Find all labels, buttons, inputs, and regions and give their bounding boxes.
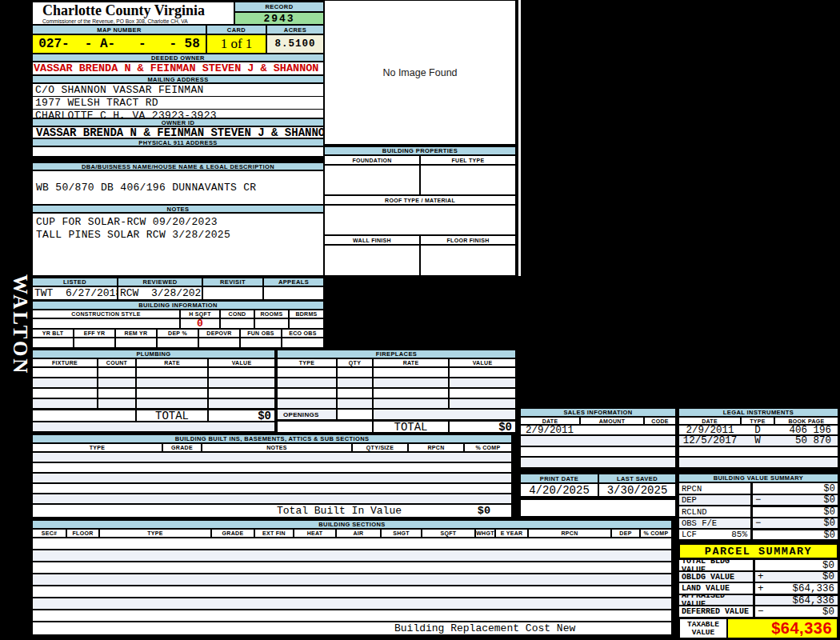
sales-information-title: SALES INFORMATION [520,408,676,417]
parcel-value: $64,336 [766,583,838,594]
whgt-label: WHGT [475,529,495,538]
legal-row-2: 12/5/2017 W 50 870 [678,435,838,446]
building-replacement-row: Building Replacement Cost New [32,622,672,635]
plumbing-total-row: TOTAL $0 [32,409,275,422]
print-date-label: PRINT DATE [520,474,598,483]
notes-label: NOTES [32,205,324,213]
legal-row-type: W [741,435,774,446]
taxable-label-line2: VALUE [692,629,715,637]
effyr-value [74,338,115,348]
fireplaces-rate-label: RATE [373,358,449,367]
bdrms-value [289,318,324,329]
fireplaces-type-label: TYPE [277,358,337,367]
foundation-label: FOUNDATION [324,155,420,165]
wall-finish-value [324,245,420,276]
foundation-value [324,165,420,195]
table-row [277,378,516,388]
bvs-label: RPCN [678,482,752,494]
map-number-label: MAP NUMBER [32,25,206,34]
card-value: 1 of 1 [206,34,266,54]
bvs-value: $0 [764,494,838,506]
fuel-type-label: FUEL TYPE [420,155,516,165]
legal-date-label: DATE [678,417,741,425]
dba-label: DBA/BUISNESS NAME/HOUSE NAME & LEGAL DES… [32,162,324,170]
legal-row-date: 12/5/2017 [679,435,741,446]
walton-watermark: WALTON [2,272,31,378]
grade-label: GRADE [211,529,254,538]
bvs-value: $0 [764,483,838,494]
notes-box: CUP FOR SOLAR-RCW 09/20/2023 TALL PINES … [32,213,324,276]
cond-label: COND [220,310,254,318]
funobs-value [240,338,282,348]
remyr-value [115,338,157,348]
table-row [32,550,672,562]
plumbing-rate-label: RATE [136,358,208,367]
plumbing-value-label: VALUE [208,358,275,367]
bvs-row-rpcn: RPCN $0 [678,482,838,494]
table-row [277,367,516,378]
built-ins-comp-label: % COMP [464,443,512,452]
county-subtitle: Commissioner of the Revenue, PO Box 308,… [42,18,234,24]
table-row [32,462,512,473]
sales-date-label: DATE [520,417,580,425]
legal-row-type: D [741,425,774,435]
bvs-label: LCF [682,530,697,539]
bvs-row-dep: DEP − $0 [678,494,838,506]
table-row [32,610,672,622]
built-ins-table: BUILDING BUILT INS, BASEMENTS, ATTICS & … [32,434,512,518]
panel-edge [518,0,521,276]
table-row [520,457,676,468]
table-row [678,457,838,468]
parcel-label: DEFERRED VALUE [678,606,754,618]
parcel-value: $64,336 [766,595,838,606]
extfin-label: EXT FIN [254,529,294,538]
built-ins-rpcn-label: RPCN [408,443,464,452]
wall-finish-label: WALL FINISH [324,235,420,245]
construction-style-value [32,318,180,329]
bdrms-label: BDRMS [289,310,324,318]
table-row [520,446,676,457]
fireplaces-total-label: TOTAL [373,420,449,433]
dep-pct-label: DEP % [157,329,198,338]
building-sections-title: BUILDING SECTIONS [32,520,672,529]
depovr-label: DEPOVR [198,329,240,338]
yrblt-value [32,338,74,348]
table-row [32,494,512,504]
cond-value [220,318,254,329]
bvs-sign: − [753,494,764,506]
table-row [520,435,676,446]
sales-amount-label: AMOUNT [580,417,644,425]
building-information: BUILDING INFORMATION CONSTRUCTION STYLE … [32,301,324,348]
hsqft-label: H SQFT [180,310,220,318]
bvs-label: RCLND [678,506,752,518]
table-row [32,483,512,494]
listed-value: TWT 6/27/2018 [32,286,118,300]
last-saved-label: LAST SAVED [598,474,676,483]
last-saved-value: 3/30/2025 [598,483,676,497]
acres-value: 8.5100 [266,34,324,54]
roof-type-label: ROOF TYPE / MATERIAL [324,195,516,205]
bvs-sign: − [753,518,764,529]
sales-information-table: SALES INFORMATION DATE AMOUNT CODE 2/9/2… [520,408,676,468]
print-date-value: 4/20/2025 [520,483,598,497]
construction-style-label: CONSTRUCTION STYLE [32,310,180,318]
legal-row-1: 2/9/2011 D 406 196 [678,425,838,435]
yrblt-label: YR BLT [32,329,74,338]
legal-bookpage-label: BOOK PAGE [774,417,838,425]
plumbing-total-label: TOTAL [136,409,208,422]
roof-type-value [324,205,516,235]
table-row [32,378,275,388]
revisit-label: REVISIT [202,278,263,286]
table-row [32,422,275,432]
building-replacement-label: Building Replacement Cost New [33,622,575,634]
taxable-label-line1: TAXABLE [687,621,719,629]
legal-row-bookpage: 406 196 [774,425,838,435]
deeded-owner-label: DEEDED OWNER [32,54,324,62]
plumbing-total-value: $0 [208,409,275,422]
mailing-line-1: C/O SHANNON VASSAR FEINMAN [33,84,323,97]
parcel-summary-title: PARCEL SUMMARY [678,543,838,559]
bvs-label: DEP [678,494,752,506]
mailing-line-3: CHARLOTTE C H, VA 23923-3923 [33,110,323,118]
table-row [32,388,275,398]
eyear-label: E YEAR [495,529,528,538]
